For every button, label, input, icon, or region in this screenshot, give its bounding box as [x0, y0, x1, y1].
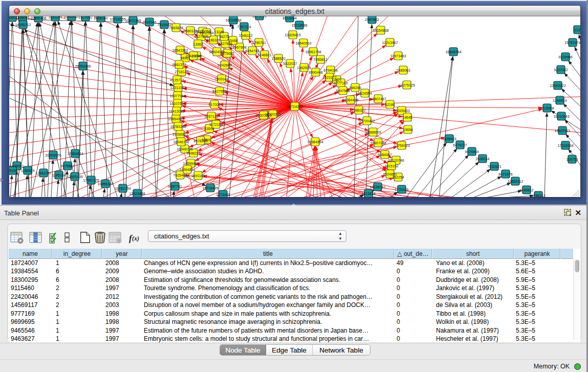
svg-text:3624554: 3624554	[358, 92, 372, 95]
svg-text:1362615: 1362615	[297, 66, 311, 70]
svg-text:1156829: 1156829	[21, 169, 35, 172]
svg-text:7663822: 7663822	[169, 26, 183, 30]
svg-text:53594: 53594	[204, 127, 214, 130]
svg-text:9457791: 9457791	[168, 185, 182, 188]
svg-text:917006: 917006	[208, 103, 220, 106]
svg-text:7357224: 7357224	[237, 25, 251, 29]
svg-text:4125712: 4125712	[170, 78, 184, 82]
svg-text:8813051: 8813051	[252, 16, 266, 18]
svg-text:2718126: 2718126	[175, 70, 188, 74]
svg-text:14994851: 14994851	[179, 168, 195, 171]
svg-text:1244419: 1244419	[553, 99, 567, 102]
svg-text:1172159: 1172159	[209, 123, 223, 126]
svg-text:15720407: 15720407	[359, 119, 375, 123]
svg-text:26053346: 26053346	[75, 64, 91, 68]
svg-text:13362: 13362	[193, 42, 203, 46]
svg-text:19654: 19654	[403, 128, 413, 132]
svg-text:16848784: 16848784	[445, 50, 461, 54]
svg-text:9660124: 9660124	[183, 29, 197, 33]
svg-text:16961758: 16961758	[305, 50, 321, 54]
svg-text:3267130: 3267130	[204, 115, 218, 118]
svg-text:10756923: 10756923	[394, 144, 409, 147]
svg-text:14138141: 14138141	[369, 185, 385, 189]
svg-text:15692921: 15692921	[554, 129, 570, 133]
svg-text:16107552: 16107552	[169, 102, 185, 105]
svg-text:7803144: 7803144	[214, 77, 228, 81]
svg-text:10654112: 10654112	[508, 180, 524, 183]
svg-text:7986322: 7986322	[352, 108, 365, 112]
svg-text:18783348: 18783348	[170, 125, 186, 128]
svg-text:19645: 19645	[402, 116, 412, 119]
svg-text:1853257: 1853257	[48, 16, 62, 19]
svg-text:9777169: 9777169	[334, 81, 347, 85]
svg-text:9242848: 9242848	[217, 63, 231, 67]
svg-text:9245612: 9245612	[519, 188, 533, 192]
svg-text:7485063: 7485063	[396, 69, 410, 72]
svg-text:18640910: 18640910	[295, 41, 311, 45]
svg-text:20206576: 20206576	[45, 154, 61, 157]
svg-text:2967608: 2967608	[232, 46, 246, 49]
svg-text:14055712: 14055712	[15, 23, 31, 27]
svg-text:11413093: 11413093	[169, 110, 185, 113]
svg-text:19654983: 19654983	[168, 117, 184, 121]
svg-text:1546112: 1546112	[239, 34, 253, 37]
svg-text:2987682: 2987682	[365, 18, 379, 21]
svg-text:16120746: 16120746	[388, 159, 404, 162]
svg-text:18724007: 18724007	[287, 105, 302, 108]
svg-text:12213363: 12213363	[170, 86, 186, 90]
svg-text:17359934: 17359934	[67, 152, 83, 156]
svg-text:6794028: 6794028	[323, 69, 337, 72]
svg-text:17016534: 17016534	[557, 144, 573, 147]
svg-text:116753: 116753	[567, 158, 578, 161]
svg-text:9975887: 9975887	[60, 164, 74, 168]
svg-text:9498222: 9498222	[186, 151, 200, 155]
svg-text:8813054: 8813054	[282, 16, 296, 20]
svg-text:36275: 36275	[219, 35, 229, 38]
svg-text:6497568: 6497568	[336, 89, 350, 93]
svg-text:7632621: 7632621	[487, 165, 501, 168]
svg-text:21364436: 21364436	[342, 98, 358, 102]
svg-text:11123: 11123	[573, 28, 580, 32]
svg-text:8186328: 8186328	[206, 38, 220, 42]
svg-text:19166827: 19166827	[172, 133, 188, 136]
svg-text:13325419: 13325419	[285, 33, 300, 37]
svg-text:10077944: 10077944	[169, 94, 185, 98]
svg-text:16210643: 16210643	[553, 115, 569, 118]
svg-text:12942757: 12942757	[35, 171, 51, 175]
svg-text:10688609: 10688609	[365, 130, 381, 134]
svg-text:16033809: 16033809	[225, 18, 241, 22]
svg-text:9084067: 9084067	[378, 153, 391, 157]
svg-text:12275125: 12275125	[399, 83, 415, 87]
svg-text:10853257: 10853257	[63, 16, 79, 18]
svg-text:9327505: 9327505	[194, 35, 208, 38]
svg-text:8427552: 8427552	[212, 90, 226, 93]
svg-text:18046736: 18046736	[173, 140, 189, 144]
svg-text:1588520: 1588520	[271, 57, 285, 60]
svg-text:10958107: 10958107	[97, 182, 113, 186]
svg-text:252254: 252254	[392, 176, 404, 179]
svg-text:19384554: 19384554	[307, 140, 323, 144]
svg-text:746266: 746266	[349, 86, 361, 90]
svg-text:98961: 98961	[180, 56, 190, 60]
svg-text:16782759: 16782759	[115, 187, 130, 190]
svg-text:9786312: 9786312	[531, 194, 545, 198]
svg-text:7955812: 7955812	[313, 58, 327, 61]
svg-text:1273448: 1273448	[216, 193, 230, 196]
svg-text:9329966: 9329966	[558, 55, 572, 59]
svg-text:16046736: 16046736	[177, 147, 192, 151]
svg-text:9227342: 9227342	[554, 68, 568, 72]
svg-text:12923488: 12923488	[129, 192, 145, 195]
svg-text:16154838: 16154838	[373, 29, 388, 32]
svg-text:1691144: 1691144	[191, 174, 205, 178]
svg-text:9474444: 9474444	[465, 150, 478, 154]
svg-text:8578335: 8578335	[193, 139, 207, 143]
svg-text:8454749: 8454749	[245, 49, 259, 53]
svg-text:1435061: 1435061	[15, 16, 29, 19]
svg-text:18807249: 18807249	[370, 141, 386, 145]
svg-text:1615152: 1615152	[384, 164, 398, 168]
svg-text:(x): (x)	[132, 235, 139, 242]
svg-text:9861372: 9861372	[172, 63, 186, 67]
svg-text:8990448: 8990448	[309, 71, 322, 74]
svg-text:7625402: 7625402	[173, 173, 187, 177]
svg-text:18924009: 18924009	[209, 50, 225, 54]
